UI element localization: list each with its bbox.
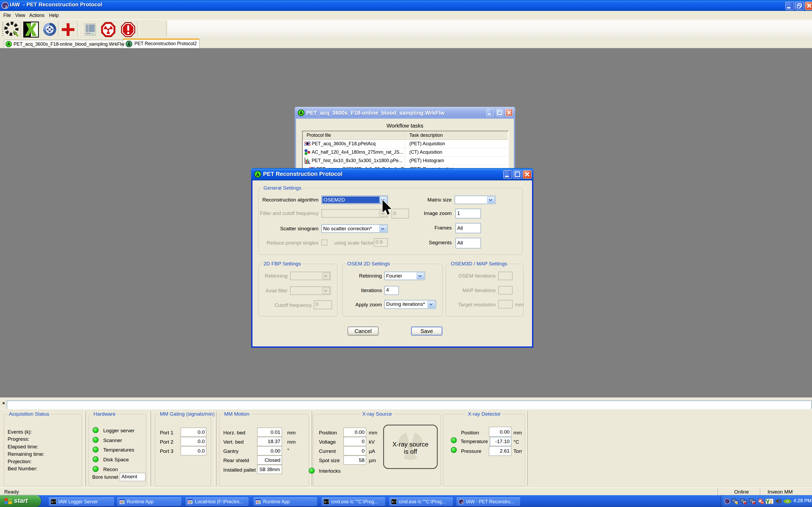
svg-text:2: 2 [770,500,772,504]
svg-text:C:\: C:\ [52,500,56,504]
svg-text:2: 2 [5,5,7,9]
svg-text:2: 2 [461,501,463,504]
svg-text:A: A [256,172,260,177]
svg-text:C:\: C:\ [392,500,397,504]
svg-text:A: A [300,110,303,116]
svg-text:A: A [7,42,10,47]
svg-text:C:\: C:\ [324,500,329,504]
